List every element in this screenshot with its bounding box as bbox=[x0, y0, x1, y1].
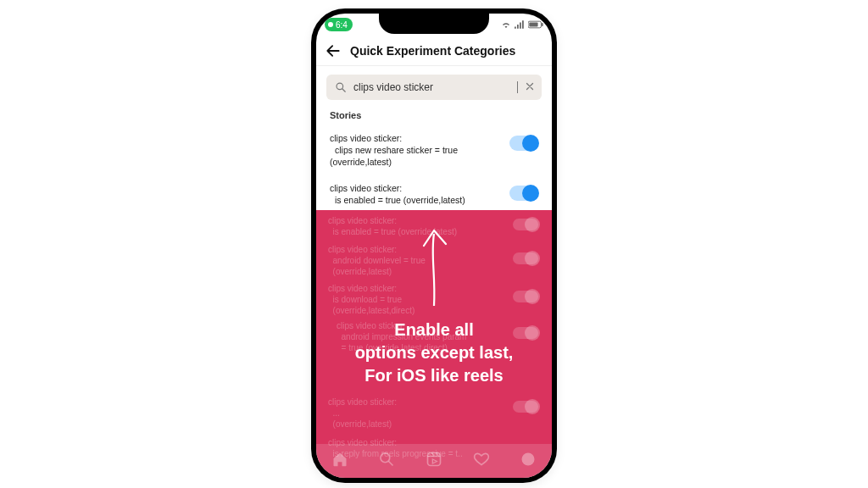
svg-line-6 bbox=[389, 462, 393, 466]
mic-icon bbox=[328, 22, 333, 27]
battery-icon bbox=[528, 20, 543, 29]
setting-label: clips video sticker: is enabled = true (… bbox=[330, 182, 503, 206]
screen: 6:4 Quick Experiment Categories bbox=[316, 14, 552, 478]
svg-line-4 bbox=[342, 89, 346, 92]
reels-icon bbox=[426, 451, 442, 468]
svg-rect-7 bbox=[427, 453, 440, 466]
svg-rect-2 bbox=[529, 22, 537, 26]
back-button[interactable] bbox=[325, 42, 342, 59]
clear-search-button[interactable] bbox=[525, 80, 535, 95]
search-value: clips video sticker bbox=[353, 81, 518, 93]
home-icon bbox=[331, 451, 348, 468]
page-header: Quick Experiment Categories bbox=[316, 36, 552, 66]
bg-toggle bbox=[513, 327, 538, 339]
annotation-overlay: clips video sticker: is enabled = true (… bbox=[316, 210, 552, 478]
recording-pill: 6:4 bbox=[325, 18, 353, 31]
section-header: Stories bbox=[316, 107, 552, 125]
svg-rect-1 bbox=[542, 23, 543, 26]
setting-row: clips video sticker: is enabled = true (… bbox=[323, 175, 545, 213]
heart-icon bbox=[473, 451, 490, 468]
bg-row: clips video sticker: is enabled = true (… bbox=[328, 215, 540, 237]
bg-toggle bbox=[513, 252, 538, 264]
status-time: 6:4 bbox=[336, 20, 348, 30]
bg-row: clips video sticker: is download = true … bbox=[328, 283, 540, 316]
activity-tab[interactable] bbox=[473, 451, 490, 471]
bg-row: clips video sticker: ... (override,lates… bbox=[328, 396, 540, 430]
search-input[interactable]: clips video sticker bbox=[326, 75, 542, 100]
arrow-left-icon bbox=[325, 42, 342, 59]
profile-icon bbox=[520, 451, 537, 468]
toggle-switch[interactable] bbox=[509, 136, 538, 151]
bg-toggle bbox=[513, 291, 538, 302]
svg-point-5 bbox=[381, 453, 390, 463]
profile-tab[interactable] bbox=[520, 451, 537, 471]
wifi-icon bbox=[501, 20, 511, 29]
phone-frame: 6:4 Quick Experiment Categories bbox=[311, 8, 557, 483]
bg-row: clips video sticker: android downlevel =… bbox=[328, 244, 540, 277]
page-title: Quick Experiment Categories bbox=[350, 44, 515, 58]
toggle-switch[interactable] bbox=[509, 186, 538, 201]
svg-point-8 bbox=[522, 453, 535, 466]
search-tab[interactable] bbox=[378, 451, 395, 471]
search-icon bbox=[335, 81, 347, 93]
notch bbox=[379, 14, 489, 34]
setting-row: clips video sticker: clips new reshare s… bbox=[323, 125, 545, 175]
home-tab[interactable] bbox=[331, 451, 348, 471]
bottom-tab-bar bbox=[316, 444, 552, 478]
bg-toggle bbox=[513, 219, 538, 230]
settings-list: clips video sticker: clips new reshare s… bbox=[316, 125, 552, 213]
setting-label: clips video sticker: clips new reshare s… bbox=[330, 132, 503, 169]
bg-toggle bbox=[513, 401, 538, 413]
search-icon bbox=[378, 451, 395, 468]
reels-tab[interactable] bbox=[426, 451, 442, 471]
signal-icon bbox=[515, 20, 525, 29]
bg-row: clips video sticker: android impression … bbox=[337, 320, 540, 353]
close-icon bbox=[525, 81, 535, 92]
